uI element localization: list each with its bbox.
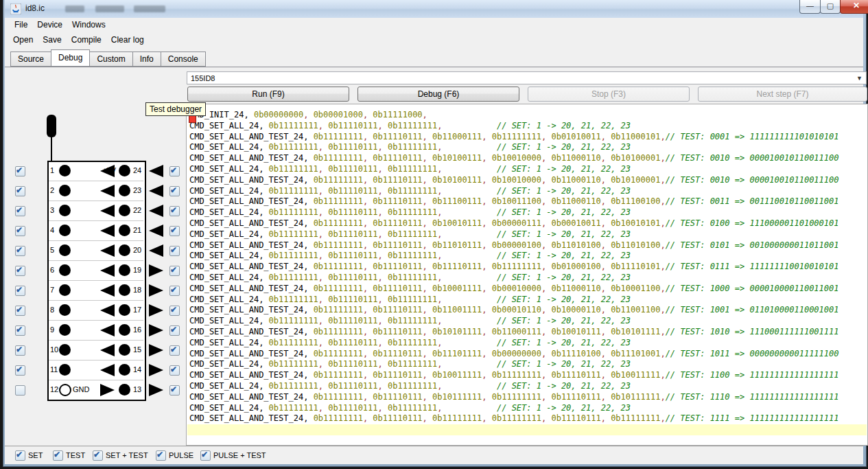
comma: , (363, 240, 373, 250)
pin-23-checkbox[interactable] (169, 186, 180, 196)
pin-22-checkbox[interactable] (169, 206, 180, 216)
comma: , (318, 207, 328, 217)
debug-button[interactable]: Debug (F6) (357, 87, 519, 102)
comma: , (378, 316, 388, 325)
toolbar-save[interactable]: Save (38, 32, 66, 45)
title-bar[interactable]: id8.ic — ▢ ✕ (5, 0, 863, 19)
pin-7-checkbox[interactable] (15, 286, 25, 296)
pin-18-checkbox[interactable] (169, 286, 180, 296)
comma: , (541, 262, 551, 271)
console-line: CMD_SET_ALL_AND_TEST_24, 0b11111111, 0b1… (189, 175, 839, 186)
tab-info[interactable]: Info (132, 52, 161, 67)
toolbar-compile[interactable]: Compile (67, 32, 106, 45)
minimize-button[interactable]: — (799, 0, 821, 14)
menu-item-windows[interactable]: Windows (67, 18, 110, 30)
pin-20-checkbox[interactable] (169, 246, 180, 256)
pin-23-number: 23 (133, 186, 141, 194)
pin-3-checkbox[interactable] (15, 206, 25, 216)
binary-value: 0b00001000 (314, 110, 363, 119)
chip-diagram-panel: 1+5V242233224215206197188179161015111412… (5, 67, 186, 446)
comma: , (378, 229, 388, 239)
pin-9-checkbox[interactable] (15, 325, 25, 336)
pin-8-state-dot (59, 304, 71, 316)
console-line: CMD_SET_ALL_24, 0b11111111, 0b11110111, … (189, 273, 839, 284)
tab-source[interactable]: Source (10, 52, 51, 67)
comma: , (541, 327, 551, 336)
pin-14-checkbox[interactable] (169, 365, 180, 376)
comma: , (660, 284, 665, 293)
console-line: CMD_SET_ALL_AND_TEST_24, 0b11111111, 0b1… (189, 413, 839, 424)
binary-value: 0b11110111 (373, 327, 422, 336)
pin-17-number: 17 (133, 306, 141, 314)
comma: , (318, 359, 328, 369)
menu-item-device[interactable]: Device (32, 18, 67, 30)
tab-debug[interactable]: Debug (51, 49, 90, 67)
pin-18-number: 18 (133, 286, 141, 294)
comment: // SET: 1 -> 20, 21, 22, 23 (497, 273, 631, 282)
pin-13-checkbox[interactable] (169, 385, 180, 396)
binary-value: 0b10101111 (611, 327, 660, 336)
comma: , (601, 327, 611, 336)
pin-22-state-dot (119, 205, 130, 216)
option-checkbox[interactable] (93, 450, 103, 461)
pin-24-state-dot (119, 165, 130, 176)
option-checkbox[interactable] (53, 450, 63, 461)
tab-console[interactable]: Console (161, 52, 206, 67)
binary-value: 0b11110111 (551, 392, 600, 402)
menu-item-file[interactable]: File (10, 18, 32, 30)
console-line: CMD_SET_ALL_24, 0b11111111, 0b11110111, … (189, 295, 839, 306)
binary-value: 0b11110111 (328, 121, 377, 130)
console-line: CMD_SET_ALL_24, 0b11111111, 0b11110111, … (189, 121, 839, 132)
binary-value: 0b11111111 (611, 413, 660, 423)
binary-value: 0b11110111 (373, 349, 422, 358)
pin-6-checkbox[interactable] (15, 266, 25, 276)
binary-value: 0b10100001 (611, 153, 660, 163)
comma: , (318, 316, 328, 325)
comment: // SET: 1 -> 20, 21, 22, 23 (497, 121, 631, 130)
toolbar-open[interactable]: Open (8, 32, 38, 45)
comma: , (378, 338, 388, 347)
binary-value: 0b01010011 (551, 132, 600, 141)
pin-2-checkbox[interactable] (15, 186, 25, 196)
pin-5-checkbox[interactable] (15, 246, 25, 256)
option-checkbox[interactable] (15, 450, 25, 461)
pin-4-number: 4 (50, 226, 54, 234)
comma: , (318, 142, 328, 152)
binary-value: 0b11111111 (314, 262, 363, 271)
option-checkbox[interactable] (200, 450, 211, 461)
pin-11-checkbox[interactable] (15, 365, 25, 376)
binary-value: 0b11111111 (388, 142, 437, 152)
pin-8-checkbox[interactable] (15, 306, 25, 316)
run-button[interactable]: Run (F9) (187, 87, 349, 102)
pin-12-checkbox[interactable] (15, 385, 25, 396)
pin-4-checkbox[interactable] (15, 226, 25, 236)
comma: , (601, 196, 611, 206)
command-name: CMD_SET_ALL_AND_TEST_24, (189, 175, 314, 185)
comment: // SET: 1 -> 20, 21, 22, 23 (497, 381, 631, 391)
comma: , (660, 392, 665, 402)
comma: , (423, 132, 432, 141)
tab-custom[interactable]: Custom (89, 52, 132, 67)
pin-16-checkbox[interactable] (169, 325, 180, 336)
toolbar-clear-log[interactable]: Clear log (106, 32, 149, 45)
debug-console[interactable]: CMD_INIT_24, 0b00000000, 0b00001000, 0b1… (186, 104, 868, 446)
comma: , (423, 153, 432, 163)
pin-17-checkbox[interactable] (169, 306, 180, 316)
pin-21-checkbox[interactable] (169, 226, 180, 236)
binary-value: 0b11111111 (269, 359, 318, 369)
tab-strip: SourceDebugCustomInfoConsole (10, 52, 205, 67)
pin-22-direction-arrow-icon (149, 205, 163, 217)
option-checkbox[interactable] (156, 450, 166, 461)
pin-24-checkbox[interactable] (169, 166, 180, 176)
binary-value: 0b10111111 (432, 392, 482, 402)
pin-19-checkbox[interactable] (169, 266, 180, 276)
pin-15-checkbox[interactable] (169, 345, 180, 356)
pin-16-number: 16 (133, 325, 141, 334)
pin-1-checkbox[interactable] (15, 166, 25, 176)
breakpoint-marker[interactable] (189, 115, 196, 123)
device-combobox[interactable]: 155ID8 ▼ (187, 71, 867, 84)
maximize-button[interactable]: ▢ (820, 0, 841, 14)
pin-10-checkbox[interactable] (15, 345, 25, 356)
binary-value: 0b11111111 (388, 316, 437, 325)
close-button[interactable]: ✕ (840, 0, 868, 14)
